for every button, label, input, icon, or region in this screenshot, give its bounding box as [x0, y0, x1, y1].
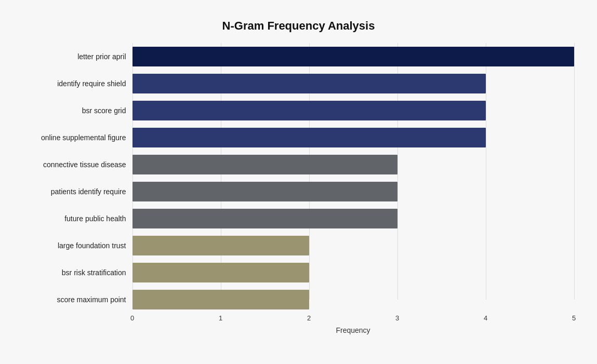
bar-row [132, 97, 574, 124]
bar-label: score maximum point [23, 286, 132, 313]
bar [132, 182, 397, 201]
bar [132, 74, 486, 93]
x-tick-label: 1 [219, 314, 222, 322]
x-axis: 012345 [132, 314, 574, 326]
x-axis-label: Frequency [336, 326, 370, 334]
bar-label: identify require shield [23, 70, 132, 97]
grid-line [574, 43, 575, 300]
bar-row [132, 124, 574, 151]
x-tick-label: 2 [307, 314, 311, 322]
plot-area [132, 43, 574, 313]
x-tick-label: 3 [395, 314, 399, 322]
bar [132, 155, 397, 174]
bar-row [132, 70, 574, 97]
bar-label: online supplemental figure [23, 124, 132, 151]
bar-row [132, 178, 574, 205]
x-tick-label: 0 [130, 314, 134, 322]
bar [132, 263, 309, 282]
bar [132, 101, 486, 120]
bar-row [132, 259, 574, 286]
bar [132, 209, 397, 228]
x-tick-label: 4 [484, 314, 487, 322]
chart-title: N-Gram Frequency Analysis [23, 19, 574, 33]
bar [132, 128, 486, 147]
bar-row [132, 151, 574, 178]
bar-row [132, 205, 574, 232]
bar-label: bsr risk stratification [23, 259, 132, 286]
bar-label: patients identify require [23, 178, 132, 205]
bar-label: connective tissue disease [23, 151, 132, 178]
bar [132, 47, 574, 66]
bar-row [132, 232, 574, 259]
bar [132, 290, 309, 309]
bar-row [132, 286, 574, 313]
bar-label: future public health [23, 205, 132, 232]
bar [132, 236, 309, 255]
bar-row [132, 43, 574, 70]
chart-container: N-Gram Frequency Analysis letter prior a… [13, 9, 585, 356]
bar-label: large foundation trust [23, 232, 132, 259]
y-axis-labels: letter prior aprilidentify require shiel… [23, 43, 132, 313]
bar-label: bsr score grid [23, 97, 132, 124]
x-tick-label: 5 [572, 314, 576, 322]
bar-label: letter prior april [23, 43, 132, 70]
